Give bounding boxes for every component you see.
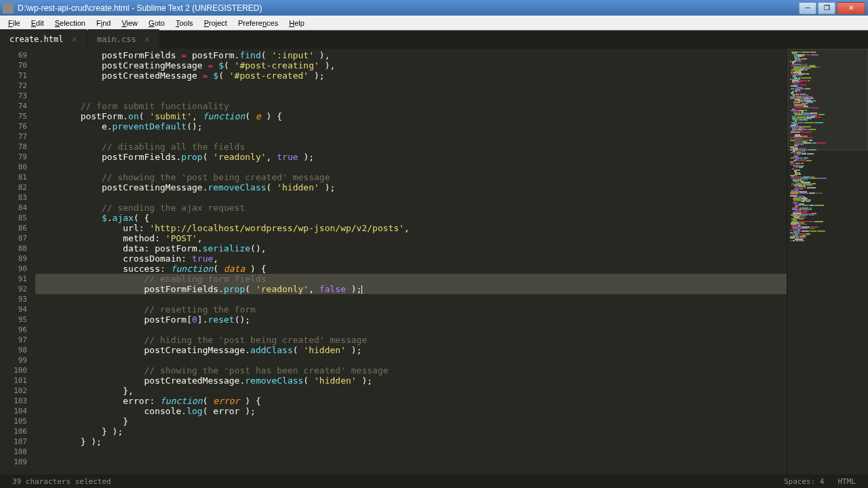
menu-preferences[interactable]: Preferences	[233, 17, 283, 29]
tab-close-icon[interactable]: ×	[71, 34, 77, 45]
menu-view[interactable]: View	[116, 17, 143, 29]
tab-create-html[interactable]: create.html ×	[0, 29, 87, 49]
tab-close-icon[interactable]: ×	[144, 34, 150, 45]
workspace: 6970717273747576777879808182838485868788…	[0, 49, 868, 474]
menu-selection[interactable]: Selection	[50, 17, 91, 29]
window-title: D:\wp-rest-api-crud\create.html - Sublim…	[18, 3, 799, 13]
menu-tools[interactable]: Tools	[170, 17, 199, 29]
code-area[interactable]: postFormFields = postForm.find( ':input'…	[35, 49, 787, 474]
close-button[interactable]: ✕	[837, 2, 865, 14]
menubar: File Edit Selection Find View Goto Tools…	[0, 16, 868, 30]
menu-goto[interactable]: Goto	[143, 17, 170, 29]
window-buttons: ─ ❐ ✕	[799, 2, 865, 14]
status-selection: 39 characters selected	[5, 477, 118, 486]
menu-project[interactable]: Project	[199, 17, 233, 29]
minimap[interactable]	[787, 49, 868, 474]
minimize-button[interactable]: ─	[799, 2, 816, 14]
statusbar: 39 characters selected Spaces: 4 HTML	[0, 474, 868, 488]
menu-edit[interactable]: Edit	[26, 17, 50, 29]
tab-label: main.css	[97, 35, 136, 44]
tabbar: create.html × main.css ×	[0, 30, 868, 49]
tab-label: create.html	[9, 35, 63, 44]
editor[interactable]: 6970717273747576777879808182838485868788…	[0, 49, 787, 474]
tab-main-css[interactable]: main.css ×	[87, 29, 159, 49]
maximize-button[interactable]: ❐	[818, 2, 835, 14]
menu-find[interactable]: Find	[91, 17, 116, 29]
status-syntax[interactable]: HTML	[831, 477, 863, 486]
app-icon	[3, 3, 14, 14]
window-titlebar: D:\wp-rest-api-crud\create.html - Sublim…	[0, 0, 868, 16]
gutter: 6970717273747576777879808182838485868788…	[0, 49, 35, 474]
menu-file[interactable]: File	[3, 17, 26, 29]
menu-help[interactable]: Help	[283, 17, 310, 29]
status-spaces[interactable]: Spaces: 4	[777, 477, 831, 486]
